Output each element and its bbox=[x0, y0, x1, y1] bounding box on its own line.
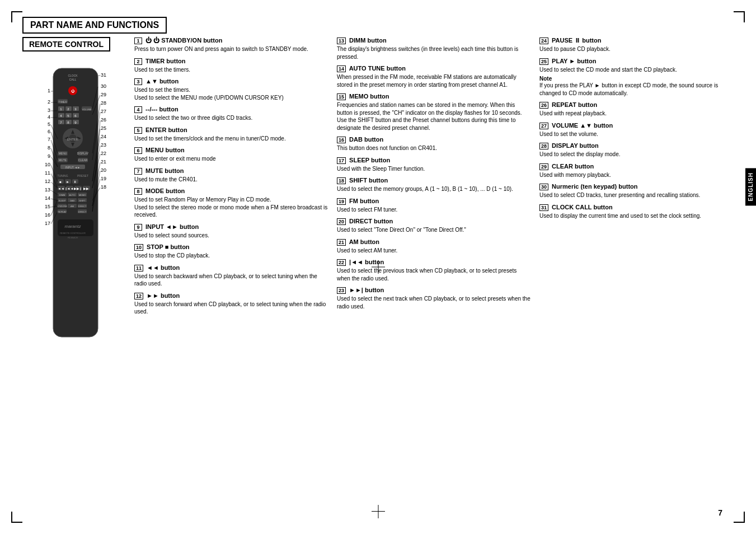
item-26: 26 REPEAT button Used with repeat playba… bbox=[539, 101, 734, 118]
svg-text:15: 15 bbox=[45, 204, 50, 209]
svg-text:1: 1 bbox=[48, 88, 50, 93]
item-18: 18 SHIFT button Used to select the memor… bbox=[337, 177, 531, 193]
svg-text:RC604CR: RC604CR bbox=[68, 236, 78, 239]
svg-text:DAB: DAB bbox=[70, 199, 75, 202]
svg-text:STBY/FM: STBY/FM bbox=[57, 205, 67, 208]
col3: 24 PAUSE ⏸ button Used to pause CD playb… bbox=[539, 37, 734, 496]
col2: 13 DIMM button The display's brightness … bbox=[337, 37, 531, 496]
svg-text:||◄◄: ||◄◄ bbox=[65, 187, 74, 190]
svg-text:⏸: ⏸ bbox=[73, 180, 77, 184]
section-title: REMOTE CONTROL bbox=[22, 37, 110, 51]
svg-text:31: 31 bbox=[101, 72, 106, 78]
svg-text:10: 10 bbox=[45, 162, 50, 167]
item-20: 20 DIRECT button Used to select "Tone Di… bbox=[337, 218, 531, 234]
item-8: 8 MODE button Used to set Random Play or… bbox=[134, 188, 328, 219]
svg-text:18: 18 bbox=[101, 184, 106, 190]
svg-text:17: 17 bbox=[45, 221, 50, 226]
svg-text:MUTE: MUTE bbox=[59, 158, 67, 162]
svg-text:25: 25 bbox=[101, 125, 106, 131]
item-14: 14 AUTO TUNE button When pressed in the … bbox=[337, 65, 531, 88]
svg-text:DIMM: DIMM bbox=[59, 194, 65, 196]
item-21: 21 AM button Used to select AM tuner. bbox=[337, 238, 531, 255]
svg-text:2: 2 bbox=[48, 99, 50, 105]
svg-text:16: 16 bbox=[45, 212, 50, 218]
svg-text:14: 14 bbox=[45, 195, 50, 201]
item-28: 28 DISPLAY button Used to select the dis… bbox=[539, 142, 734, 158]
main-title: PART NAME AND FUNCTIONS bbox=[22, 17, 167, 34]
svg-text:27: 27 bbox=[101, 109, 106, 114]
item-9: 9 INPUT ◄► button Used to select sound s… bbox=[134, 223, 328, 240]
svg-text:TIMER: TIMER bbox=[58, 100, 67, 104]
svg-text:26: 26 bbox=[101, 117, 106, 123]
item-15: 15 MEMO button Frequencies and station n… bbox=[337, 93, 531, 132]
svg-text:22: 22 bbox=[101, 151, 106, 156]
svg-text:SHIFT: SHIFT bbox=[79, 199, 86, 202]
item-4: 4 --/--- button Used to select the two o… bbox=[134, 106, 328, 122]
item-27: 27 VOLUME ▲▼ button Used to set the volu… bbox=[539, 122, 734, 138]
svg-text:INPUT ◄►: INPUT ◄► bbox=[65, 166, 80, 169]
page-container: PART NAME AND FUNCTIONS REMOTE CONTROL C… bbox=[0, 0, 756, 534]
svg-text:VOLUME: VOLUME bbox=[82, 108, 92, 111]
item-25: 25 PLAY ► button Used to select the CD m… bbox=[539, 58, 734, 97]
svg-text:marantz: marantz bbox=[65, 224, 82, 229]
svg-text:PRESET: PRESET bbox=[77, 174, 88, 177]
svg-text:29: 29 bbox=[101, 92, 106, 97]
svg-text:19: 19 bbox=[101, 176, 106, 181]
item-1: 1 ⏻ ⏻ STANDBY/ON button Press to turn po… bbox=[134, 37, 328, 53]
svg-text:SLEEP: SLEEP bbox=[59, 199, 66, 202]
svg-text:REMOTE CONTROLLER: REMOTE CONTROLLER bbox=[60, 232, 86, 235]
item-16: 16 DAB button This button does not funct… bbox=[337, 136, 531, 152]
svg-text:13: 13 bbox=[45, 187, 50, 193]
svg-text:MENU: MENU bbox=[59, 152, 67, 155]
item-11: 11 ◄◄ button Used to search backward whe… bbox=[134, 264, 328, 288]
item-3: 3 ▲▼ button Used to set the timers. Used… bbox=[134, 78, 328, 101]
svg-text:30: 30 bbox=[101, 83, 106, 89]
item-17: 17 SLEEP button Used with the Sleep Time… bbox=[337, 157, 531, 173]
svg-text:DIRECT: DIRECT bbox=[78, 210, 87, 213]
svg-text:AUTO: AUTO bbox=[69, 194, 75, 196]
svg-text:▶▶: ▶▶ bbox=[83, 187, 89, 190]
item-13: 13 DIMM button The display's brightness … bbox=[337, 37, 531, 60]
svg-text:3: 3 bbox=[48, 107, 50, 113]
svg-text:AM: AM bbox=[71, 205, 74, 208]
svg-text:⏻: ⏻ bbox=[71, 89, 75, 93]
item-30: 30 Nurmeric (ten keypad) button Used to … bbox=[539, 183, 734, 199]
svg-text:12: 12 bbox=[45, 179, 50, 184]
svg-text:9: 9 bbox=[48, 153, 50, 159]
svg-text:11: 11 bbox=[45, 170, 50, 176]
item-5: 5 ENTER button Used to set the timers/cl… bbox=[134, 127, 328, 143]
item-29: 29 CLEAR button Used with memory playbac… bbox=[539, 163, 734, 179]
svg-text:23: 23 bbox=[101, 142, 106, 148]
svg-text:TUNING: TUNING bbox=[57, 174, 68, 177]
item-12: 12 ►► button Used to search forward when… bbox=[134, 292, 328, 316]
svg-text:28: 28 bbox=[101, 100, 106, 106]
item-2: 2 TIMER button Used to set the timers. bbox=[134, 58, 328, 74]
svg-text:▶▶||: ▶▶|| bbox=[74, 187, 82, 190]
svg-text:DIRECT: DIRECT bbox=[78, 205, 87, 208]
svg-text:21: 21 bbox=[101, 159, 106, 165]
item-23: 23 ►►| button Used to select the next tr… bbox=[337, 287, 531, 310]
svg-text:24: 24 bbox=[101, 134, 106, 139]
item-31: 31 CLOCK CALL button Used to display the… bbox=[539, 204, 734, 220]
item-19: 19 FM button Used to select FM tuner. bbox=[337, 198, 531, 214]
svg-text:DISPLAY: DISPLAY bbox=[77, 152, 89, 155]
svg-text:►: ► bbox=[66, 180, 69, 184]
content-area: REMOTE CONTROL CLOCK CALL ⏻ TIMER bbox=[22, 37, 734, 496]
item-22: 22 |◄◄ button Used to select the previou… bbox=[337, 259, 531, 282]
svg-text:8: 8 bbox=[48, 145, 50, 151]
svg-text:◄◄: ◄◄ bbox=[58, 187, 64, 190]
item-6: 6 MENU button Used to enter or exit menu… bbox=[134, 147, 328, 163]
item-10: 10 STOP ■ button Used to stop the CD pla… bbox=[134, 243, 328, 260]
svg-text:7: 7 bbox=[48, 137, 50, 142]
col1: 1 ⏻ ⏻ STANDBY/ON button Press to turn po… bbox=[134, 37, 328, 496]
descriptions-area: 1 ⏻ ⏻ STANDBY/ON button Press to turn po… bbox=[134, 37, 734, 496]
svg-text:20: 20 bbox=[101, 167, 106, 173]
svg-text:ENTER: ENTER bbox=[67, 138, 79, 141]
left-panel: REMOTE CONTROL CLOCK CALL ⏻ TIMER bbox=[22, 37, 134, 496]
remote-illustration: CLOCK CALL ⏻ TIMER 1 2 3 bbox=[22, 63, 129, 388]
svg-text:REPEAT: REPEAT bbox=[58, 210, 67, 213]
svg-text:5: 5 bbox=[48, 121, 50, 127]
svg-text:6: 6 bbox=[48, 129, 50, 134]
svg-text:CLEAR: CLEAR bbox=[78, 158, 88, 162]
svg-text:4: 4 bbox=[48, 114, 50, 120]
